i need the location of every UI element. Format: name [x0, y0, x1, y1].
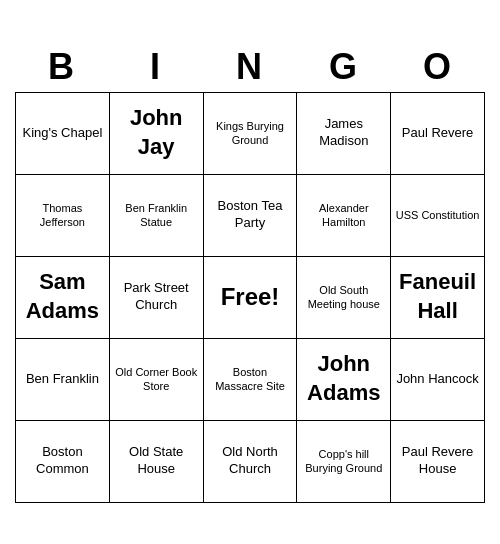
bingo-cell-3[interactable]: James Madison	[297, 93, 391, 175]
bingo-cell-14[interactable]: Faneuil Hall	[391, 257, 485, 339]
header-b: B	[15, 42, 109, 92]
header-i: I	[109, 42, 203, 92]
bingo-cell-0[interactable]: King's Chapel	[16, 93, 110, 175]
bingo-cell-20[interactable]: Boston Common	[16, 421, 110, 503]
bingo-cell-22[interactable]: Old North Church	[204, 421, 298, 503]
header-o: O	[391, 42, 485, 92]
bingo-cell-12[interactable]: Free!	[204, 257, 298, 339]
bingo-cell-17[interactable]: Boston Massacre Site	[204, 339, 298, 421]
bingo-cell-21[interactable]: Old State House	[110, 421, 204, 503]
bingo-cell-24[interactable]: Paul Revere House	[391, 421, 485, 503]
header-g: G	[297, 42, 391, 92]
bingo-cell-18[interactable]: John Adams	[297, 339, 391, 421]
bingo-cell-1[interactable]: John Jay	[110, 93, 204, 175]
bingo-cell-15[interactable]: Ben Franklin	[16, 339, 110, 421]
bingo-cell-4[interactable]: Paul Revere	[391, 93, 485, 175]
bingo-grid: King's ChapelJohn JayKings Burying Groun…	[15, 92, 485, 503]
bingo-cell-6[interactable]: Ben Franklin Statue	[110, 175, 204, 257]
bingo-cell-2[interactable]: Kings Burying Ground	[204, 93, 298, 175]
bingo-cell-5[interactable]: Thomas Jefferson	[16, 175, 110, 257]
bingo-cell-8[interactable]: Alexander Hamilton	[297, 175, 391, 257]
bingo-cell-13[interactable]: Old South Meeting house	[297, 257, 391, 339]
bingo-header: B I N G O	[15, 42, 485, 92]
bingo-cell-9[interactable]: USS Constitution	[391, 175, 485, 257]
bingo-cell-7[interactable]: Boston Tea Party	[204, 175, 298, 257]
bingo-cell-10[interactable]: Sam Adams	[16, 257, 110, 339]
bingo-cell-16[interactable]: Old Corner Book Store	[110, 339, 204, 421]
bingo-card: B I N G O King's ChapelJohn JayKings Bur…	[15, 42, 485, 503]
header-n: N	[203, 42, 297, 92]
bingo-cell-19[interactable]: John Hancock	[391, 339, 485, 421]
bingo-cell-23[interactable]: Copp's hill Burying Ground	[297, 421, 391, 503]
bingo-cell-11[interactable]: Park Street Church	[110, 257, 204, 339]
